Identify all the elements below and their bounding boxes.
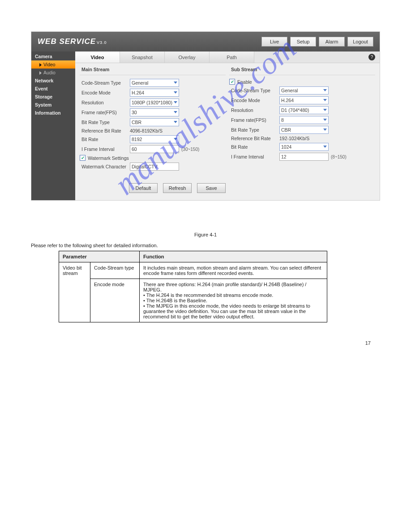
label: Bit Rate	[229, 144, 279, 150]
input-value: 60	[132, 146, 137, 152]
sub-codestream-select[interactable]: General	[279, 86, 329, 94]
manual-block: Figure 4-1 Please refer to the following…	[31, 232, 380, 322]
main-iframe-input[interactable]: 60	[130, 145, 179, 153]
cell-param: Encode mode	[90, 279, 140, 322]
lead-text: Please refer to the following sheet for …	[31, 243, 380, 248]
refresh-button[interactable]: Refresh	[163, 183, 192, 193]
sidebar-item-audio[interactable]: Audio	[31, 69, 75, 77]
label: Encode Mode	[229, 98, 279, 103]
main-iframe-range: (30~150)	[181, 147, 199, 152]
app-logo: WEB SERVICEV3.0	[38, 37, 107, 46]
row-main-encodemode: Encode Mode H.264	[80, 89, 226, 97]
th-function: Function	[140, 251, 327, 262]
sidebar-cat-event[interactable]: Event	[31, 85, 75, 93]
cell-param: Code-Stream type	[90, 262, 140, 279]
watermark-char-input[interactable]: DigitalCCTV	[130, 163, 179, 171]
nav-logout-button[interactable]: Logout	[347, 37, 373, 47]
sidebar-cat-information[interactable]: Information	[31, 109, 75, 117]
figure-caption: Figure 4-1	[31, 232, 380, 237]
nav-alarm-button[interactable]: Alarm	[319, 37, 345, 47]
sub-resolution-select[interactable]: D1 (704*480)	[279, 106, 329, 114]
sub-bitrate-select[interactable]: 1024	[279, 143, 329, 151]
label: Reference Bit Rate	[229, 136, 279, 141]
table-row: Encode mode There are three options: H.2…	[59, 279, 327, 322]
label: I Frame Interval	[80, 146, 130, 152]
label: Bit Rate Type	[229, 127, 279, 133]
label: Resolution	[229, 107, 279, 113]
cell-func: It includes main stream, motion stream a…	[140, 262, 327, 279]
func-line: • The MJPEG in this encode mode, the vid…	[143, 303, 323, 319]
row-watermark-char: Watermark Character DigitalCCTV	[80, 163, 226, 171]
row-main-framerate: Frame rate(FPS) 30	[80, 108, 226, 116]
sub-stream--title: Sub Stream	[229, 63, 375, 75]
main-encodemode-select[interactable]: H.264	[130, 89, 179, 97]
row-sub-resolution: Resolution D1 (704*480)	[229, 106, 375, 114]
main-codestream-select[interactable]: General	[130, 79, 179, 87]
label: Code-Stream Type	[80, 80, 130, 86]
logo-text: WEB SERVICE	[38, 37, 96, 46]
main-resolution-select[interactable]: 1080P (1920*1080)	[130, 99, 179, 107]
label: Watermark Character	[80, 164, 130, 169]
label: Frame rate(FPS)	[80, 110, 130, 115]
default-button[interactable]: Default	[129, 183, 158, 193]
label: Encode Mode	[80, 90, 130, 95]
nav-live-button[interactable]: Live	[261, 37, 287, 47]
sub-bitratetype-select[interactable]: CBR	[279, 126, 329, 134]
row-main-codestream: Code-Stream Type General	[80, 79, 226, 87]
row-main-bitratetype: Bit Rate Type CBR	[80, 118, 226, 126]
sidebar-cat-network[interactable]: Network	[31, 77, 75, 85]
main-bitrate-select[interactable]: 8192	[130, 135, 179, 143]
sidebar-cat-camera[interactable]: Camera	[31, 52, 75, 60]
form-sections: Main Stream Code-Stream Type General Enc…	[75, 63, 380, 179]
select-value: 8	[281, 117, 284, 123]
tab-video[interactable]: Video	[75, 51, 120, 63]
header-bar: WEB SERVICEV3.0 Live Setup Alarm Logout	[31, 32, 380, 51]
sub-iframe-range: (8~150)	[331, 154, 347, 159]
label: Bit Rate Type	[80, 120, 130, 125]
row-watermark-settings: Watermark Settings	[80, 155, 226, 161]
save-button[interactable]: Save	[197, 183, 226, 193]
spec-table: Parameter Function Video bit stream Code…	[59, 251, 327, 322]
label: I Frame Interval	[229, 154, 279, 159]
main-stream-section: Main Stream Code-Stream Type General Enc…	[80, 63, 226, 172]
tab-path[interactable]: Path	[210, 51, 254, 63]
row-main-resolution: Resolution 1080P (1920*1080)	[80, 99, 226, 107]
cell-func: There are three options: H.264 (main pro…	[140, 279, 327, 322]
row-sub-enable: Enable	[229, 79, 375, 85]
sub-iframe-input[interactable]: 12	[279, 153, 329, 161]
sub-enable-checkbox[interactable]	[229, 79, 235, 85]
content-area: Video Snapshot Overlay Path ? Main Strea…	[75, 51, 380, 200]
sub-encodemode-select[interactable]: H.264	[279, 96, 329, 104]
help-icon[interactable]: ?	[368, 54, 375, 60]
chevron-right-icon	[39, 63, 42, 67]
sub-refbitrate-text: 192-1024Kb/S	[279, 136, 375, 141]
row-sub-iframe: I Frame Interval 12 (8~150)	[229, 153, 375, 161]
select-value: 8192	[132, 137, 142, 142]
sub-framerate-select[interactable]: 8	[279, 116, 329, 124]
func-line: • The H.264 is the recommended bit strea…	[143, 292, 323, 298]
select-value: CBR	[132, 120, 141, 125]
main-framerate-select[interactable]: 30	[130, 108, 179, 116]
row-main-bitrate: Bit Rate 8192	[80, 135, 226, 143]
select-value: 30	[132, 110, 137, 115]
tab-overlay[interactable]: Overlay	[165, 51, 210, 63]
label: Resolution	[80, 100, 130, 105]
main-bitratetype-select[interactable]: CBR	[130, 118, 179, 126]
sub-stream-section: Sub Stream Enable Code-Stream Type Gener…	[229, 63, 375, 172]
sidebar-cat-system[interactable]: System	[31, 101, 75, 109]
sidebar-item-video[interactable]: Video	[31, 60, 75, 69]
row-main-refbitrate: Reference Bit Rate 4096-8192Kb/S	[80, 128, 226, 133]
sidebar-item-label: Audio	[43, 70, 56, 75]
row-sub-bitrate: Bit Rate 1024	[229, 143, 375, 151]
tab-snapshot[interactable]: Snapshot	[120, 51, 165, 63]
watermark-settings-checkbox[interactable]	[80, 155, 86, 161]
row-sub-framerate: Frame rate(FPS) 8	[229, 116, 375, 124]
label: Bit Rate	[80, 137, 130, 142]
select-value: H.264	[132, 90, 144, 95]
main-refbitrate-text: 4096-8192Kb/S	[130, 128, 226, 133]
sidebar-cat-storage[interactable]: Storage	[31, 93, 75, 101]
select-value: CBR	[281, 127, 291, 133]
table-row: Video bit stream Code-Stream type It inc…	[59, 262, 327, 279]
nav-setup-button[interactable]: Setup	[290, 37, 316, 47]
chevron-right-icon	[39, 71, 42, 75]
